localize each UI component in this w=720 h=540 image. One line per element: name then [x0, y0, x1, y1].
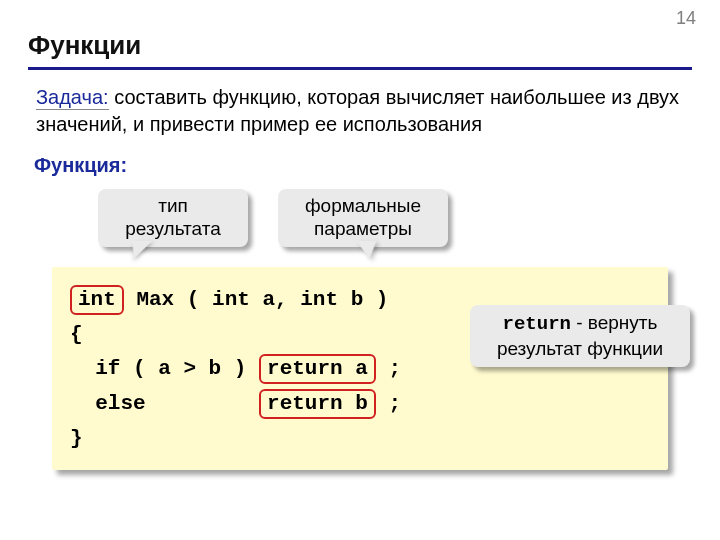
task-label: Задача: [36, 86, 109, 110]
highlight-int: int [70, 285, 124, 315]
task-text: Задача: составить функцию, которая вычис… [28, 84, 692, 138]
callout-row: тип результата формальные параметры [28, 187, 692, 257]
callout-tail [356, 241, 379, 259]
code-text: { [70, 323, 83, 346]
code-text: ; [376, 357, 401, 380]
code-text: ; [376, 392, 401, 415]
callout-return: return - вернуть результат функции [470, 305, 690, 367]
callout-formal-params: формальные параметры [278, 189, 448, 247]
task-body: составить функцию, которая вычисляет наи… [36, 86, 679, 135]
code-text: if ( a > b ) [70, 357, 259, 380]
page-number: 14 [676, 8, 696, 29]
highlight-return-a: return a [259, 354, 376, 384]
code-text: Max ( int a, int b ) [124, 288, 389, 311]
code-text: else [70, 392, 259, 415]
code-text: } [70, 427, 83, 450]
slide-title: Функции [28, 30, 692, 70]
return-keyword: return [503, 313, 571, 335]
function-heading: Функция: [28, 154, 692, 177]
slide-content: Функции Задача: составить функцию, котор… [0, 0, 720, 470]
highlight-return-b: return b [259, 389, 376, 419]
code-block: int Max ( int a, int b ) { if ( a > b ) … [52, 267, 668, 470]
callout-result-type: тип результата [98, 189, 248, 247]
